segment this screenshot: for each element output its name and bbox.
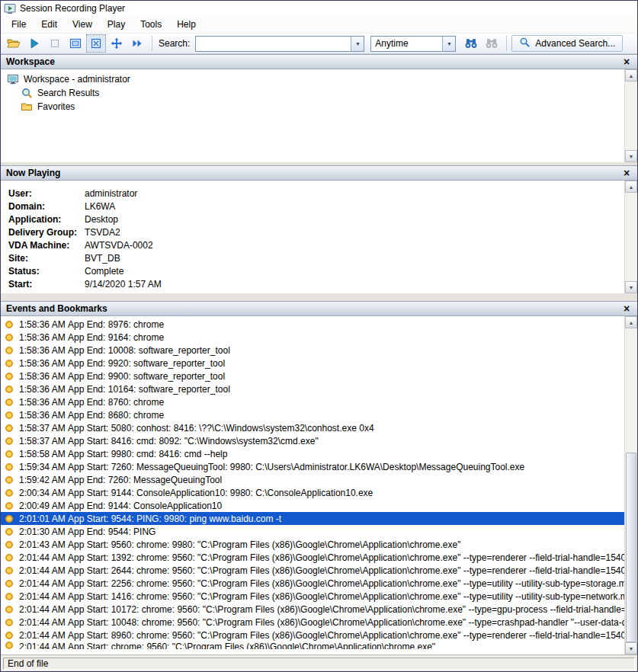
event-row[interactable]: 2:01:44 AMApp Start: 2256: chrome: 9560:… bbox=[1, 577, 624, 590]
event-row[interactable]: 2:01:44 AMApp Start: 2644: chrome: 9560:… bbox=[1, 564, 624, 577]
property-value: AWTSVDA-0002 bbox=[85, 240, 153, 251]
search-dropdown-arrow-icon[interactable]: ▼ bbox=[351, 37, 364, 51]
scroll-down-icon[interactable]: ▼ bbox=[625, 642, 637, 654]
event-time: 1:58:36 AM bbox=[19, 345, 68, 356]
event-row[interactable]: 1:58:36 AMApp End: 10008: software_repor… bbox=[1, 344, 624, 357]
event-text: App Start: 9560: chrome: 9980: "C:\Progr… bbox=[68, 539, 624, 550]
property-value: Complete bbox=[85, 266, 123, 277]
event-row[interactable]: 1:58:37 AMApp Start: 8416: cmd: 8092: "C… bbox=[1, 434, 624, 447]
scroll-down-icon[interactable]: ▼ bbox=[625, 281, 637, 293]
scroll-down-icon[interactable]: ▼ bbox=[625, 150, 637, 162]
now-playing-panel-title: Now Playing bbox=[6, 168, 60, 178]
events-close-icon[interactable]: × bbox=[621, 303, 632, 314]
time-filter-select[interactable]: Anytime ▼ bbox=[370, 36, 456, 52]
tree-item[interactable]: Favorites bbox=[2, 100, 636, 114]
event-row[interactable]: 2:01:30 AMApp End: 9544: PING bbox=[1, 525, 624, 538]
menu-file[interactable]: File bbox=[4, 16, 34, 33]
now-playing-close-icon[interactable]: × bbox=[621, 168, 632, 178]
scrollbar-thumb[interactable] bbox=[626, 453, 636, 642]
event-row[interactable]: 1:58:36 AMApp End: 10164: software_repor… bbox=[1, 382, 624, 395]
event-row[interactable]: 2:01:44 AMApp Start: chrome: 9560: "C:\P… bbox=[1, 642, 624, 649]
menu-view[interactable]: View bbox=[65, 16, 100, 33]
now-playing-panel: Now Playing × User:administratorDomain:L… bbox=[1, 165, 637, 293]
event-row[interactable]: 2:01:44 AMApp Start: 8960: chrome: 9560:… bbox=[1, 629, 624, 642]
title-bar[interactable]: Session Recording Player bbox=[1, 1, 637, 16]
advanced-search-label: Advanced Search... bbox=[535, 38, 615, 49]
event-row[interactable]: 2:01:43 AMApp Start: 9560: chrome: 9980:… bbox=[1, 538, 624, 551]
now-playing-panel-header: Now Playing × bbox=[1, 165, 637, 181]
event-row[interactable]: 1:58:36 AMApp End: 8760: chrome bbox=[1, 395, 624, 408]
event-row[interactable]: 1:58:58 AMApp Start: 9980: cmd: 8416: cm… bbox=[1, 447, 624, 460]
event-time: 2:00:34 AM bbox=[19, 488, 68, 498]
scroll-up-icon[interactable]: ▲ bbox=[625, 316, 637, 328]
event-row[interactable]: 2:01:44 AMApp Start: 10172: chrome: 9560… bbox=[1, 603, 624, 616]
app-icon bbox=[4, 2, 16, 14]
advanced-search-button[interactable]: Advanced Search... bbox=[511, 35, 623, 52]
open-button[interactable] bbox=[4, 34, 24, 53]
property-value: LK6WA bbox=[85, 201, 115, 212]
workspace-tree: Workspace - administratorSearch ResultsF… bbox=[1, 69, 637, 117]
menu-help[interactable]: Help bbox=[169, 16, 204, 33]
events-scrollbar[interactable]: ▲ ▼ bbox=[624, 316, 637, 654]
binoculars-icon bbox=[464, 37, 478, 50]
play-button[interactable] bbox=[24, 34, 44, 53]
property-label: Delivery Group: bbox=[8, 227, 85, 238]
time-filter-dropdown-arrow-icon[interactable]: ▼ bbox=[442, 37, 455, 51]
event-text: App End: 9900: software_reporter_tool bbox=[68, 371, 624, 382]
event-row[interactable]: 2:01:44 AMApp Start: 1416: chrome: 9560:… bbox=[1, 590, 624, 603]
event-text: App Start: 2256: chrome: 9560: "C:\Progr… bbox=[68, 578, 624, 589]
workspace-icon bbox=[7, 73, 19, 85]
event-row[interactable]: 1:58:36 AMApp End: 9900: software_report… bbox=[1, 370, 624, 382]
event-time: 1:58:36 AM bbox=[19, 319, 68, 330]
event-time: 1:58:37 AM bbox=[19, 423, 68, 434]
event-row[interactable]: 1:58:36 AMApp End: 8680: chrome bbox=[1, 408, 624, 421]
event-time: 1:58:36 AM bbox=[19, 371, 68, 382]
event-text: App Start: 10048: chrome: 9560: "C:\Prog… bbox=[68, 617, 624, 628]
event-row[interactable]: 2:00:49 AMApp End: 9144: ConsoleApplicat… bbox=[1, 499, 624, 512]
bookmark-dot-icon bbox=[5, 632, 13, 639]
scroll-up-icon[interactable]: ▲ bbox=[625, 181, 637, 193]
search-input[interactable]: ▼ bbox=[195, 36, 364, 52]
event-text: App End: 9144: ConsoleApplication10 bbox=[68, 501, 624, 511]
event-row[interactable]: 1:59:34 AMApp Start: 7260: MessageQueuin… bbox=[1, 460, 624, 473]
event-row[interactable]: 2:00:34 AMApp Start: 9144: ConsoleApplic… bbox=[1, 486, 624, 499]
full-screen-icon bbox=[90, 37, 102, 50]
property-row: User:administrator bbox=[8, 187, 637, 200]
tree-item[interactable]: Search Results bbox=[2, 86, 636, 100]
search-down-button[interactable] bbox=[461, 34, 481, 53]
event-row[interactable]: 1:58:36 AMApp End: 9164: chrome bbox=[1, 331, 624, 344]
stop-button[interactable] bbox=[45, 34, 65, 53]
event-time: 2:01:01 AM bbox=[19, 514, 68, 524]
event-row[interactable]: 1:59:42 AMApp End: 7260: MessageQueuingT… bbox=[1, 473, 624, 486]
workspace-panel-header: Workspace × bbox=[1, 54, 637, 69]
full-screen-button[interactable] bbox=[86, 34, 106, 53]
event-row[interactable]: 1:58:36 AMApp End: 8976: chrome bbox=[1, 318, 624, 331]
property-row: Site:BVT_DB bbox=[8, 251, 637, 264]
bookmark-dot-icon bbox=[5, 424, 13, 432]
search-up-button[interactable] bbox=[482, 34, 502, 53]
menu-edit[interactable]: Edit bbox=[34, 16, 65, 33]
tree-item-label: Workspace - administrator bbox=[24, 74, 130, 85]
menu-tools[interactable]: Tools bbox=[133, 16, 169, 33]
bookmark-dot-icon bbox=[5, 515, 13, 523]
event-row[interactable]: 1:58:36 AMApp End: 9920: software_report… bbox=[1, 357, 624, 370]
tree-item[interactable]: Workspace - administrator bbox=[2, 72, 636, 86]
event-row[interactable]: 1:58:37 AMApp Start: 5080: conhost: 8416… bbox=[1, 421, 624, 434]
panel-splitter[interactable] bbox=[1, 293, 637, 301]
event-row[interactable]: 2:01:01 AMApp Start: 9544: PING: 9980: p… bbox=[1, 512, 624, 525]
fast-review-button[interactable] bbox=[127, 34, 147, 53]
folder-icon bbox=[21, 101, 33, 113]
scroll-up-icon[interactable]: ▲ bbox=[625, 69, 637, 82]
event-row[interactable]: 2:01:44 AMApp Start: 10048: chrome: 9560… bbox=[1, 616, 624, 629]
pan-window-button[interactable] bbox=[107, 34, 127, 53]
bookmark-dot-icon bbox=[5, 334, 13, 341]
event-row[interactable]: 2:01:44 AMApp Start: 1392: chrome: 9560:… bbox=[1, 551, 624, 564]
bookmark-dot-icon bbox=[5, 593, 13, 600]
scale-to-fit-button[interactable] bbox=[66, 34, 85, 53]
property-value: administrator bbox=[85, 188, 137, 199]
event-text: App Start: 9144: ConsoleApplication10: 9… bbox=[68, 488, 624, 498]
workspace-close-icon[interactable]: × bbox=[621, 56, 632, 67]
workspace-scrollbar[interactable]: ▲ ▼ bbox=[624, 69, 637, 162]
menu-play[interactable]: Play bbox=[100, 16, 133, 33]
now-playing-scrollbar[interactable]: ▲ ▼ bbox=[624, 181, 637, 293]
